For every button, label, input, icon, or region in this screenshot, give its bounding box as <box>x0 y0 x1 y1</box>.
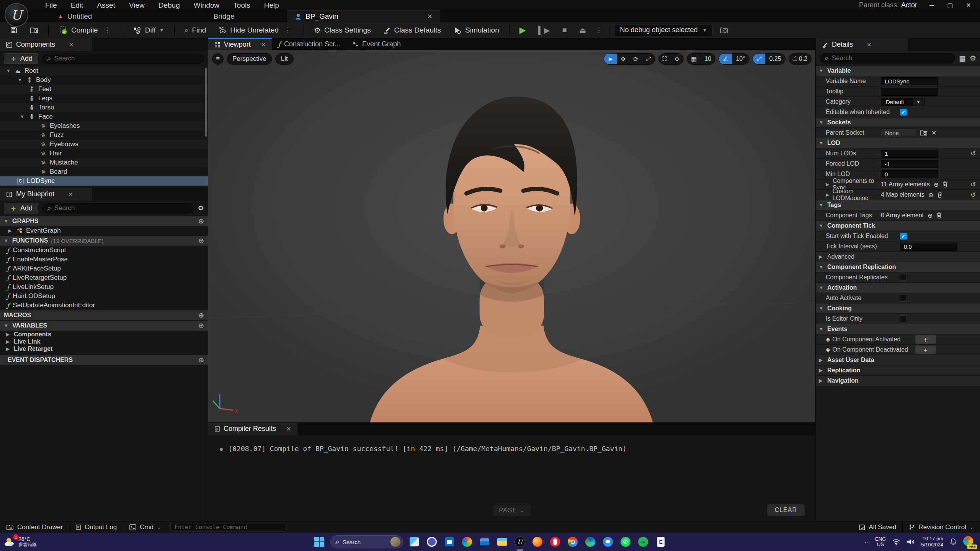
taskbar-search[interactable]: ⌕ <box>330 535 403 548</box>
menu-edit[interactable]: Edit <box>64 1 90 10</box>
task-view-icon[interactable] <box>408 535 421 548</box>
macros-section-header[interactable]: MACROS⊕ <box>0 310 208 320</box>
section-component-tick[interactable]: ▼Component Tick <box>816 220 980 231</box>
tree-item-body[interactable]: ▼Body <box>0 75 208 85</box>
camera-speed-button[interactable]: ⏍ 0.2 <box>789 54 811 64</box>
console-command-input[interactable] <box>175 524 281 531</box>
language-indicator[interactable]: ENG US <box>875 536 886 548</box>
grid-snap-value[interactable]: 10 <box>701 54 715 64</box>
trash-icon[interactable] <box>942 181 948 187</box>
move-tool-button[interactable]: ✥ <box>617 54 629 64</box>
num-lods-input[interactable]: 1 <box>881 150 938 158</box>
angle-snap-toggle[interactable]: ∠ <box>719 54 732 64</box>
maximize-button[interactable]: ▢ <box>942 1 958 10</box>
expand-arrow-icon[interactable]: ▶ <box>826 182 830 187</box>
content-drawer-button[interactable]: Content Drawer <box>0 522 69 533</box>
components-scrollbar[interactable] <box>205 68 207 137</box>
compile-button[interactable]: Compile ⋮ <box>53 23 118 37</box>
eject-button[interactable]: ⏏ <box>574 23 592 37</box>
socket-browse-icon[interactable] <box>920 129 928 136</box>
menu-tools[interactable]: Tools <box>226 1 257 10</box>
tree-item-hair[interactable]: ≋Hair <box>0 149 208 158</box>
copilot-icon[interactable]: PRE <box>963 536 975 548</box>
function-enablemasterpose[interactable]: ƒEnableMasterPose <box>0 255 208 264</box>
add-array-element-icon[interactable]: ⊕ <box>928 212 933 219</box>
function-constructionscript[interactable]: ƒConstructionScript <box>0 246 208 255</box>
collapse-arrow-icon[interactable]: ▼ <box>19 114 25 119</box>
trash-icon[interactable] <box>936 212 942 218</box>
taskbar-overflow-chevron-icon[interactable]: ︿ <box>864 538 869 545</box>
menu-view[interactable]: View <box>122 1 152 10</box>
expand-arrow-icon[interactable]: ▶ <box>5 339 11 344</box>
tree-item-face[interactable]: ▼Face <box>0 112 208 121</box>
output-log-button[interactable]: Output Log <box>69 522 123 533</box>
section-component-replication[interactable]: ▼Component Replication <box>816 262 980 272</box>
spotify-icon[interactable]: ≋ <box>637 535 650 548</box>
clear-socket-icon[interactable]: ✕ <box>931 129 936 137</box>
variables-section-header[interactable]: ▼VARIABLES⊕ <box>0 320 208 331</box>
grid-snap-toggle[interactable]: ▦ <box>687 54 701 64</box>
section-replication[interactable]: ▶Replication <box>816 365 980 375</box>
expand-arrow-icon[interactable]: ▶ <box>5 332 11 337</box>
components-panel-tab[interactable]: Components ✕ <box>0 38 92 51</box>
close-button[interactable]: ✕ <box>961 1 976 10</box>
tab-compiler-results[interactable]: Compiler Results ✕ <box>208 423 297 435</box>
parent-class-link[interactable]: Actor <box>901 1 917 9</box>
collapse-arrow-icon[interactable]: ▼ <box>5 68 11 73</box>
close-icon[interactable]: ✕ <box>286 425 291 432</box>
tab-construction-script[interactable]: ƒConstruction Scr... <box>272 38 346 50</box>
debug-object-select[interactable]: No debug object selected ▼ <box>614 24 713 36</box>
section-events[interactable]: ▼Events <box>816 324 980 334</box>
page-dropdown[interactable]: PAGE ⌄ <box>493 505 531 516</box>
lit-mode-button[interactable]: Lit <box>275 53 294 65</box>
reset-to-default-icon[interactable]: ↺ <box>966 150 980 158</box>
my-blueprint-search[interactable]: ⌕ <box>42 203 194 214</box>
section-lod[interactable]: ▼LOD <box>816 138 980 148</box>
chrome-icon[interactable] <box>566 535 579 548</box>
simulation-button[interactable]: Simulation <box>448 23 505 37</box>
editable-when-inherited-checkbox[interactable]: ✓ <box>900 109 907 116</box>
blueprint-settings-gear-icon[interactable]: ⚙ <box>198 204 204 212</box>
zoom-icon[interactable] <box>601 535 614 548</box>
compile-options-icon[interactable]: ⋮ <box>101 26 113 34</box>
play-options-icon[interactable]: ⋮ <box>593 26 604 34</box>
tree-item-legs[interactable]: Legs <box>0 94 208 103</box>
file-explorer-icon[interactable] <box>496 535 509 548</box>
add-map-element-icon[interactable]: ⊕ <box>928 191 933 199</box>
revision-control-button[interactable]: Revision Control ⌄ <box>903 522 980 533</box>
section-activation[interactable]: ▼Activation <box>816 282 980 293</box>
function-livelinksetup[interactable]: ƒLiveLinkSetup <box>0 282 208 292</box>
debug-browse-button[interactable] <box>714 23 733 37</box>
tree-item-eyebrows[interactable]: ≋Eyebrows <box>0 140 208 149</box>
my-blueprint-panel-tab[interactable]: My Blueprint ✕ <box>0 188 92 201</box>
variable-group-live-retarget[interactable]: ▶Live Retarget <box>0 345 208 352</box>
add-event-deactivated-button[interactable]: ＋ <box>915 346 936 354</box>
diff-button[interactable]: Diff ▼ <box>128 23 170 37</box>
surface-snap-button[interactable]: ✣ <box>671 54 683 64</box>
minimize-button[interactable]: ─ <box>924 1 939 10</box>
my-blueprint-search-input[interactable] <box>54 204 189 212</box>
section-sockets[interactable]: ▼Sockets <box>816 117 980 127</box>
add-variable-icon[interactable]: ⊕ <box>198 321 204 330</box>
add-function-icon[interactable]: ⊕ <box>198 236 204 245</box>
volume-icon[interactable] <box>906 538 915 545</box>
tab-close-icon[interactable]: ✕ <box>427 13 433 21</box>
mail-icon[interactable] <box>478 535 491 548</box>
function-arkitfacesetup[interactable]: ƒARKitFaceSetup <box>0 264 208 273</box>
section-asset-user-data[interactable]: ▶Asset User Data <box>816 355 980 365</box>
browse-asset-button[interactable] <box>24 23 44 37</box>
function-setupdateanimationineditor[interactable]: ƒSetUpdateAnimationInEditor <box>0 301 208 310</box>
opera-icon[interactable] <box>549 535 562 548</box>
frame-skip-button[interactable]: ▍▶ <box>533 23 555 37</box>
collapse-arrow-icon[interactable]: ▼ <box>17 77 23 83</box>
tab-event-graph[interactable]: Event Graph <box>346 38 407 50</box>
menu-file[interactable]: File <box>38 1 64 10</box>
hide-unrelated-options-icon[interactable]: ⋮ <box>282 26 294 34</box>
epic-games-icon[interactable]: E <box>654 535 667 548</box>
tree-item-feet[interactable]: Feet <box>0 85 208 94</box>
tab-viewport[interactable]: Viewport ✕ <box>208 38 272 50</box>
scale-snap-toggle[interactable]: ⤢ <box>753 54 766 64</box>
details-search[interactable]: ⌕ <box>820 53 955 64</box>
details-settings-gear-icon[interactable]: ⚙ <box>970 54 976 63</box>
details-search-input[interactable] <box>832 54 950 62</box>
